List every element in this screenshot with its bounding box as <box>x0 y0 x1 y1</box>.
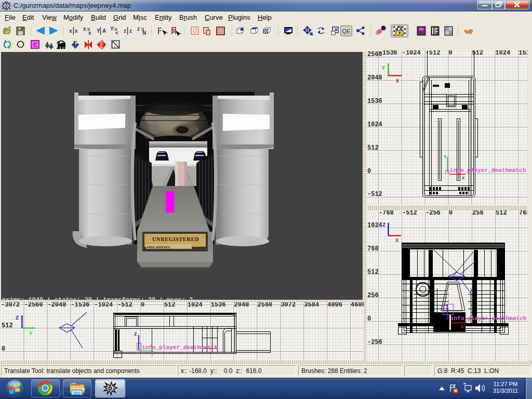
svg-text:z: z <box>124 28 126 34</box>
svg-text:A: A <box>102 28 106 34</box>
svg-text:Z: Z <box>16 315 19 321</box>
svg-text:Y: Y <box>110 26 114 32</box>
svg-text:X: X <box>396 78 399 84</box>
svg-text:x: x <box>69 28 72 34</box>
svg-text:x: x <box>83 26 86 32</box>
svg-text:x: x <box>88 30 91 36</box>
svg-text:X: X <box>461 325 464 330</box>
svg-text:Y: Y <box>97 28 100 34</box>
svg-text:UNREGISTERED: UNREGISTERED <box>152 236 199 242</box>
svg-text:X: X <box>395 238 398 244</box>
svg-text:<: < <box>115 30 118 36</box>
svg-text:Y: Y <box>29 331 32 337</box>
svg-text:Y: Y <box>382 65 385 71</box>
svg-text:Z: Z <box>134 332 137 337</box>
svg-text:E: E <box>73 39 77 47</box>
svg-text:z: z <box>137 26 140 32</box>
svg-text:x: x <box>462 176 465 181</box>
svg-text:z: z <box>129 28 132 34</box>
svg-text:Z: Z <box>382 222 385 228</box>
svg-text:N: N <box>142 30 146 36</box>
svg-text:x: x <box>75 28 78 34</box>
svg-text:C: C <box>33 42 37 48</box>
svg-text:Y: Y <box>444 155 447 160</box>
svg-text:PHILIPPINES: PHILIPPINES <box>147 245 170 249</box>
svg-text:QE: QE <box>342 28 351 34</box>
svg-text:Y: Y <box>151 353 154 358</box>
